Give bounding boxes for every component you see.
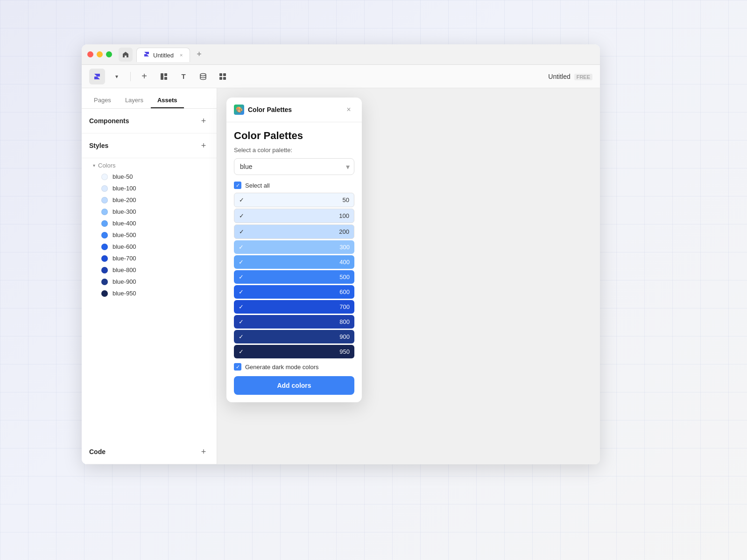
color-palettes-modal: 🎨 Color Palettes × Color Palettes Select… (226, 98, 362, 402)
modal-color-row[interactable]: ✓ 300 (234, 240, 354, 254)
browser-window: Untitled × + ▾ + T (82, 44, 600, 464)
modal-color-row[interactable]: ✓ 950 (234, 345, 354, 358)
styles-section: Styles + (82, 133, 217, 158)
left-sidebar: Pages Layers Assets Components + Styles … (82, 88, 217, 464)
sidebar-color-item[interactable]: blue-600 (82, 241, 217, 252)
components-title: Components (89, 117, 129, 125)
dark-mode-checkbox[interactable]: ✓ (234, 363, 241, 371)
color-name: blue-900 (113, 278, 136, 285)
modal-color-row[interactable]: ✓ 500 (234, 270, 354, 284)
modal-body: Color Palettes Select a color palette: b… (226, 122, 362, 402)
modal-color-row[interactable]: ✓ 700 (234, 300, 354, 314)
home-button[interactable] (119, 48, 133, 62)
modal-title: Color Palettes (234, 130, 354, 142)
database-button[interactable] (195, 69, 211, 84)
check-mark-icon: ✓ (239, 228, 244, 235)
styles-title: Styles (89, 142, 108, 149)
modal-color-row[interactable]: ✓ 200 (234, 224, 354, 239)
modal-color-row[interactable]: ✓ 50 (234, 193, 354, 207)
colors-subsection-header[interactable]: ▾ Colors (82, 158, 217, 171)
color-row-left: ✓ (239, 273, 244, 280)
svg-rect-6 (219, 77, 222, 80)
color-row-value: 300 (339, 244, 350, 251)
sidebar-color-item[interactable]: blue-300 (82, 206, 217, 217)
sidebar-color-item[interactable]: blue-400 (82, 217, 217, 229)
styles-add-button[interactable]: + (198, 140, 209, 151)
sidebar-tab-assets[interactable]: Assets (151, 93, 184, 108)
toolbar-dropdown-arrow[interactable]: ▾ (109, 69, 125, 84)
color-row-value: 400 (339, 259, 350, 266)
modal-color-row[interactable]: ✓ 400 (234, 255, 354, 269)
add-colors-button[interactable]: Add colors (234, 376, 354, 395)
styles-section-header[interactable]: Styles + (89, 140, 209, 151)
color-row-value: 950 (339, 348, 350, 355)
code-section-header[interactable]: Code + (89, 446, 209, 457)
color-row-left: ✓ (239, 244, 244, 251)
svg-point-3 (200, 73, 206, 76)
framer-logo-button[interactable] (89, 69, 105, 84)
sidebar-color-item[interactable]: blue-950 (82, 287, 217, 299)
framer-icon (143, 51, 150, 59)
components-add-button[interactable]: + (198, 115, 209, 126)
sidebar-color-item[interactable]: blue-100 (82, 182, 217, 194)
color-name: blue-800 (113, 266, 136, 273)
color-name: blue-500 (113, 231, 136, 238)
modal-color-row[interactable]: ✓ 900 (234, 330, 354, 343)
palette-dropdown[interactable]: blueredgreenpurpleorangeyellowpinkgray (234, 158, 354, 175)
select-all-row[interactable]: ✓ Select all (234, 182, 354, 189)
check-mark-icon: ✓ (239, 212, 244, 219)
minimize-light[interactable] (97, 51, 103, 57)
modal-color-rows: ✓ 50 ✓ 100 ✓ 200 ✓ 300 ✓ 400 ✓ 500 ✓ 600 (234, 193, 354, 358)
svg-rect-0 (161, 73, 163, 80)
tab-close-button[interactable]: × (180, 52, 183, 58)
dark-mode-row[interactable]: ✓ Generate dark mode colors (234, 363, 354, 371)
modal-color-row[interactable]: ✓ 800 (234, 315, 354, 329)
check-mark-icon: ✓ (239, 303, 244, 310)
code-add-button[interactable]: + (198, 446, 209, 457)
sidebar-color-item[interactable]: blue-700 (82, 252, 217, 264)
color-name: blue-700 (113, 255, 136, 262)
components-section: Components + (82, 109, 217, 133)
plugin-icon: 🎨 (234, 105, 244, 115)
project-title: Untitled FREE (548, 73, 592, 80)
color-swatch (101, 185, 108, 192)
text-button[interactable]: T (176, 69, 191, 84)
color-name: blue-400 (113, 220, 136, 227)
components-section-header[interactable]: Components + (89, 115, 209, 126)
sidebar-color-item[interactable]: blue-800 (82, 264, 217, 276)
sidebar-tab-layers[interactable]: Layers (119, 93, 150, 108)
check-mark-icon: ✓ (239, 259, 244, 266)
svg-rect-2 (164, 77, 167, 80)
svg-rect-5 (223, 73, 226, 76)
grid-button[interactable] (215, 69, 231, 84)
color-row-value: 600 (339, 288, 350, 295)
modal-close-button[interactable]: × (343, 104, 354, 115)
select-all-checkbox[interactable]: ✓ (234, 182, 241, 189)
sidebar-color-item[interactable]: blue-500 (82, 229, 217, 241)
sidebar-color-item[interactable]: blue-900 (82, 276, 217, 287)
browser-tab[interactable]: Untitled × (136, 48, 190, 62)
modal-color-row[interactable]: ✓ 100 (234, 209, 354, 223)
color-name: blue-300 (113, 208, 136, 215)
modal-subtitle: Select a color palette: (234, 147, 354, 154)
color-row-value: 200 (339, 228, 349, 235)
sidebar-tab-pages[interactable]: Pages (87, 93, 118, 108)
check-mark-icon: ✓ (239, 318, 244, 325)
svg-rect-4 (219, 73, 222, 76)
modal-header-title: Color Palettes (248, 106, 292, 113)
add-button[interactable]: + (136, 69, 152, 84)
layout-button[interactable] (156, 69, 172, 84)
color-swatch (101, 244, 108, 250)
code-title: Code (89, 448, 106, 455)
color-name: blue-950 (113, 290, 136, 297)
maximize-light[interactable] (106, 51, 112, 57)
color-row-left: ✓ (239, 318, 244, 325)
color-row-left: ✓ (239, 348, 244, 355)
modal-color-row[interactable]: ✓ 600 (234, 285, 354, 299)
sidebar-color-list: blue-50 blue-100 blue-200 blue-300 blue-… (82, 171, 217, 299)
sidebar-color-item[interactable]: blue-50 (82, 171, 217, 182)
new-tab-button[interactable]: + (193, 48, 206, 61)
sidebar-color-item[interactable]: blue-200 (82, 194, 217, 206)
close-light[interactable] (87, 51, 93, 57)
colors-chevron-icon: ▾ (93, 163, 95, 168)
